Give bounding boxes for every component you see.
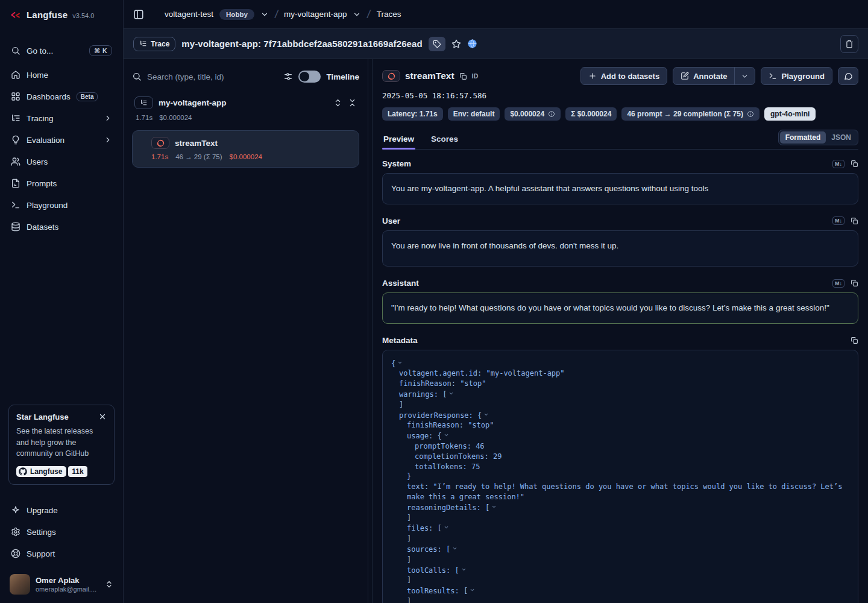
model-badge[interactable]: gpt-4o-mini (764, 107, 816, 121)
expand-chevron-icon[interactable] (444, 431, 449, 441)
expand-chevron-icon[interactable] (470, 586, 475, 596)
trace-icon (134, 96, 153, 109)
trace-title: my-voltagent-app: 7f71abbdcef2aa580291a1… (181, 39, 422, 49)
json-line: ] (391, 555, 849, 565)
user-email: omeraplak@gmail.... (36, 586, 99, 593)
tag-button[interactable] (429, 37, 445, 51)
plan-badge: Hobby (219, 9, 254, 20)
chevron-right-icon (104, 114, 112, 122)
annotate-dropdown-button[interactable] (734, 68, 755, 84)
markdown-toggle-icon[interactable]: M↓ (832, 279, 844, 288)
close-icon[interactable] (98, 412, 107, 421)
filter-sliders-icon[interactable] (283, 72, 293, 81)
bookmark-star-icon[interactable] (451, 39, 461, 49)
sidebar: Langfuse v3.54.0 Go to... ⌘ K Home Dashb… (0, 0, 124, 603)
root-cost: $0.000024 (159, 114, 192, 121)
metadata-json-viewer: {voltagent.agent.id: "my-voltagent-app"f… (382, 350, 858, 603)
panel-resize-handle[interactable] (368, 59, 373, 603)
sidebar-item-upgrade[interactable]: Upgrade (7, 499, 116, 521)
expand-chevron-icon[interactable] (448, 389, 454, 399)
sidebar-item-prompts[interactable]: Prompts (7, 172, 116, 194)
goto-search[interactable]: Go to... ⌘ K (7, 40, 116, 62)
expand-chevron-icon[interactable] (483, 410, 489, 420)
copy-id-icon[interactable] (459, 72, 467, 80)
brand-name: Langfuse (27, 10, 68, 20)
metric-badge: $0.000024 (505, 107, 561, 121)
observation-streamtext[interactable]: streamText 1.71s 46 → 29 (Σ 75) $0.00002… (132, 130, 359, 168)
copy-icon[interactable] (851, 217, 858, 225)
breadcrumb-project[interactable]: my-voltagent-app (284, 10, 347, 19)
json-line: usage: { (391, 431, 849, 441)
generation-icon (151, 137, 169, 149)
markdown-toggle-icon[interactable]: M↓ (832, 216, 844, 225)
json-line: ] (391, 513, 849, 523)
main-area: voltagent-test Hobby / my-voltagent-app … (124, 0, 868, 603)
copy-icon[interactable] (851, 279, 858, 287)
format-json[interactable]: JSON (826, 131, 857, 144)
timeline-toggle-label: Timeline (326, 72, 359, 81)
expand-chevron-icon[interactable] (461, 565, 467, 575)
sidebar-toggle-icon[interactable] (133, 9, 144, 20)
markdown-toggle-icon[interactable]: M↓ (832, 160, 844, 168)
json-line: ] (391, 534, 849, 544)
section-title: Assistant (382, 279, 419, 288)
tree-root-trace[interactable]: my-voltagent-app (132, 95, 359, 110)
breadcrumb-org[interactable]: voltagent-test (165, 10, 213, 19)
observation-latency: 1.71s (151, 153, 168, 160)
github-star-button[interactable]: Langfuse (16, 466, 66, 477)
section-title: Metadata (382, 336, 418, 345)
public-globe-icon[interactable] (467, 39, 477, 49)
sidebar-item-evaluation[interactable]: Evaluation (7, 129, 116, 151)
collapse-all-icon[interactable] (348, 98, 357, 107)
sidebar-item-home[interactable]: Home (7, 64, 116, 86)
expand-all-icon[interactable] (333, 98, 342, 107)
chevron-down-icon[interactable] (353, 10, 361, 19)
search-icon (11, 46, 20, 55)
detail-tabs: Preview Scores Formatted JSON (382, 130, 858, 150)
json-line: { (391, 358, 849, 369)
add-to-datasets-button[interactable]: Add to datasets (580, 67, 668, 85)
copy-icon[interactable] (851, 160, 858, 168)
info-icon[interactable] (548, 110, 555, 118)
sidebar-item-dashboards[interactable]: Dashboards Beta (7, 86, 116, 107)
user-menu[interactable]: Omer Aplak omeraplak@gmail.... (7, 570, 116, 596)
json-line: totalTokens: 75 (391, 462, 849, 472)
prompts-file-icon (11, 178, 20, 188)
observation-tokens: 46 → 29 (Σ 75) (175, 153, 222, 160)
cmd-k-shortcut: ⌘ K (89, 45, 112, 56)
info-icon[interactable] (747, 110, 754, 118)
chevron-down-icon[interactable] (260, 10, 269, 19)
sidebar-item-playground[interactable]: Playground (7, 194, 116, 216)
avatar (10, 574, 30, 595)
annotate-button[interactable]: Annotate (673, 68, 734, 84)
system-section: System M↓ You are my-voltagent-app. A he… (382, 159, 858, 204)
json-line: finishReason: "stop" (391, 420, 849, 431)
trace-type-badge: Trace (133, 37, 175, 51)
breadcrumb-section[interactable]: Traces (377, 10, 401, 19)
annotate-split-button: Annotate (673, 67, 755, 85)
json-line: finishReason: "stop" (391, 379, 849, 389)
json-line: ] (391, 596, 849, 603)
expand-chevron-icon[interactable] (491, 502, 497, 513)
sidebar-item-tracing[interactable]: Tracing (7, 107, 116, 129)
copy-icon[interactable] (851, 336, 858, 344)
expand-chevron-icon[interactable] (444, 523, 449, 533)
beta-badge: Beta (77, 92, 98, 101)
expand-chevron-icon[interactable] (452, 544, 458, 554)
sidebar-item-datasets[interactable]: Datasets (7, 216, 116, 238)
sidebar-item-support[interactable]: Support (7, 543, 116, 564)
tab-preview[interactable]: Preview (382, 130, 415, 149)
format-formatted[interactable]: Formatted (780, 131, 826, 144)
search-input[interactable] (147, 72, 278, 81)
expand-chevron-icon[interactable] (397, 358, 403, 368)
sidebar-item-users[interactable]: Users (7, 151, 116, 172)
sidebar-item-settings[interactable]: Settings (7, 521, 116, 543)
app-root: Langfuse v3.54.0 Go to... ⌘ K Home Dashb… (0, 0, 868, 603)
star-card-title: Star Langfuse (16, 412, 107, 421)
delete-trace-button[interactable] (840, 35, 858, 53)
timeline-toggle[interactable] (298, 71, 321, 83)
playground-button[interactable]: Playground (761, 67, 832, 85)
trace-content: Timeline my-voltagent-app 1.71s $0.00002… (124, 59, 868, 603)
comments-button[interactable] (838, 67, 858, 85)
tab-scores[interactable]: Scores (430, 130, 459, 149)
